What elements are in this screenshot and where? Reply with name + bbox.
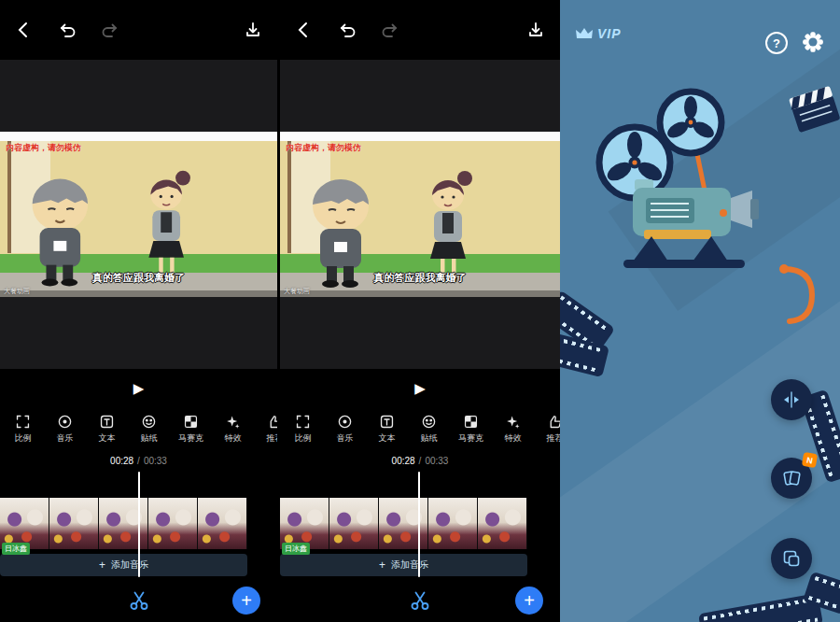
templates-button[interactable]: N — [771, 458, 812, 499]
undo-icon[interactable] — [58, 21, 77, 39]
editor-bottombar: + — [280, 579, 560, 622]
play-row: ▶ — [280, 369, 560, 408]
tool-ratio[interactable]: 比例 — [2, 408, 44, 450]
tool-effects[interactable]: 特效 — [212, 408, 254, 450]
tool-effects[interactable]: 特效 — [492, 408, 534, 450]
settings-button[interactable] — [801, 30, 825, 54]
crown-icon — [575, 27, 594, 40]
time-indicator: 00:28 / 00:33 — [0, 450, 277, 472]
editor-panel-2: 内容虚构，请勿模仿 真的答应跟我离婚了 大餐动画 ▶ 比例 音乐 文本 贴纸 马… — [280, 0, 560, 622]
timeline-track[interactable] — [280, 498, 527, 549]
video-preview[interactable]: 内容虚构，请勿模仿 真的答应跟我离婚了 大餐动画 — [280, 60, 560, 369]
watermark-text: 大餐动画 — [4, 287, 30, 296]
video-preview[interactable]: 内容虚构，请勿模仿 真的答应跟我离婚了 大餐动画 — [0, 60, 277, 369]
timeline-frame — [379, 498, 428, 549]
tool-music[interactable]: 音乐 — [324, 408, 366, 450]
timeline-track[interactable] — [0, 498, 247, 549]
add-music-button[interactable]: + 添加音乐 — [280, 554, 527, 576]
play-button[interactable]: ▶ — [133, 380, 145, 397]
timeline-frame — [428, 498, 478, 549]
tool-label: 文本 — [99, 432, 116, 445]
timeline-frame — [478, 498, 527, 549]
video-frame: 内容虚构，请勿模仿 真的答应跟我离婚了 大餐动画 — [280, 132, 560, 297]
tool-label: 推荐 — [547, 432, 561, 445]
time-current: 00:28 — [392, 456, 415, 466]
tool-music[interactable]: 音乐 — [44, 408, 86, 450]
subtitle-text: 真的答应跟我离婚了 — [0, 271, 277, 285]
play-row: ▶ — [0, 369, 277, 408]
tool-label: 马赛克 — [178, 432, 203, 445]
plus-icon: + — [379, 558, 385, 572]
tool-sticker[interactable]: 贴纸 — [128, 408, 170, 450]
time-indicator: 00:28 / 00:33 — [280, 450, 560, 472]
vip-label: VIP — [597, 26, 622, 41]
time-separator: / — [419, 456, 422, 466]
tool-sticker[interactable]: 贴纸 — [408, 408, 450, 450]
tool-text[interactable]: 文本 — [86, 408, 128, 450]
subtitle-text: 真的答应跟我离婚了 — [280, 271, 560, 285]
cartoon-scene: 内容虚构，请勿模仿 真的答应跟我离婚了 大餐动画 — [280, 141, 560, 297]
export-icon[interactable] — [244, 21, 262, 39]
timeline-zone: 日冰鑫 + 添加音乐 — [0, 472, 277, 579]
undo-icon[interactable] — [338, 21, 357, 39]
editor-panel-1: 内容虚构，请勿模仿 真的答应跟我离婚了 大餐动画 ▶ 比例 音乐 文本 贴纸 马… — [0, 0, 280, 622]
add-clip-button[interactable]: + — [232, 587, 260, 615]
gallery-icon — [781, 548, 802, 569]
time-total: 00:33 — [425, 456, 448, 466]
timeline-frame — [198, 498, 247, 549]
tool-label: 贴纸 — [141, 432, 158, 445]
tool-bar: 比例 音乐 文本 贴纸 马赛克 特效 推荐 — [0, 408, 277, 450]
tool-ratio[interactable]: 比例 — [282, 408, 324, 450]
trim-icon — [781, 389, 802, 410]
tool-recommend[interactable]: 推荐 — [254, 408, 277, 450]
gallery-button[interactable] — [771, 538, 812, 579]
time-total: 00:33 — [144, 456, 167, 466]
video-frame: 内容虚构，请勿模仿 真的答应跟我离婚了 大餐动画 — [0, 132, 277, 297]
tool-label: 特效 — [505, 432, 522, 445]
timeline-frame-tag: 日冰鑫 — [2, 543, 30, 555]
tool-recommend[interactable]: 推荐 — [534, 408, 560, 450]
home-panel: VIP ? — [560, 0, 840, 622]
disclaimer-text: 内容虚构，请勿模仿 — [6, 142, 81, 154]
tool-label: 特效 — [225, 432, 242, 445]
add-music-label: 添加音乐 — [111, 558, 148, 572]
cut-scissors-icon[interactable] — [409, 589, 431, 612]
timeline-frame — [0, 498, 49, 549]
disclaimer-text: 内容虚构，请勿模仿 — [286, 142, 361, 154]
editor-topbar — [0, 0, 277, 60]
playhead[interactable] — [418, 472, 420, 577]
cable-illustration — [777, 263, 823, 329]
cards-icon — [781, 468, 802, 488]
auto-edit-button[interactable] — [771, 379, 812, 420]
tool-label: 音乐 — [337, 432, 354, 445]
vip-badge[interactable]: VIP — [575, 26, 622, 41]
cut-scissors-icon[interactable] — [128, 589, 150, 612]
timeline-frame — [49, 498, 99, 549]
tool-label: 比例 — [15, 432, 32, 445]
tool-label: 马赛克 — [458, 432, 483, 445]
timeline-frame — [148, 498, 198, 549]
back-icon[interactable] — [15, 21, 34, 39]
add-clip-button[interactable]: + — [515, 587, 543, 615]
help-button[interactable]: ? — [765, 32, 788, 54]
playhead[interactable] — [138, 472, 140, 577]
tool-text[interactable]: 文本 — [366, 408, 408, 450]
tool-mosaic[interactable]: 马赛克 — [170, 408, 212, 450]
question-icon: ? — [773, 36, 780, 50]
add-music-label: 添加音乐 — [391, 558, 428, 572]
tool-mosaic[interactable]: 马赛克 — [450, 408, 492, 450]
tool-label: 音乐 — [57, 432, 74, 445]
play-button[interactable]: ▶ — [414, 380, 426, 397]
time-current: 00:28 — [110, 456, 133, 466]
tool-label: 比例 — [295, 432, 312, 445]
tool-label: 推荐 — [267, 432, 278, 445]
export-icon[interactable] — [526, 21, 545, 39]
add-music-button[interactable]: + 添加音乐 — [0, 554, 247, 576]
editor-bottombar: + — [0, 579, 277, 622]
timeline-frame — [99, 498, 148, 549]
redo-icon[interactable] — [101, 21, 119, 39]
back-icon[interactable] — [295, 21, 314, 39]
timeline-zone: 日冰鑫 + 添加音乐 — [280, 472, 560, 579]
redo-icon[interactable] — [381, 21, 399, 39]
tool-label: 文本 — [379, 432, 396, 445]
